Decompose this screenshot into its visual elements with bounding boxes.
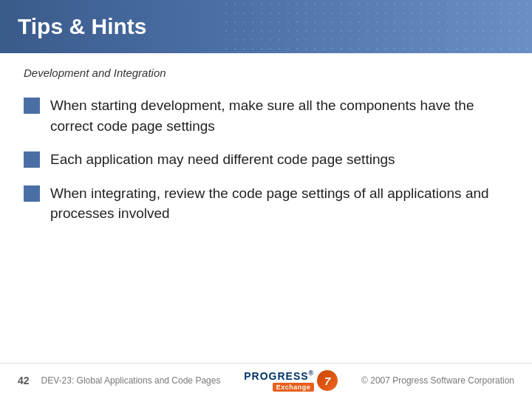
copyright-text: © 2007 Progress Software Corporation [361,375,514,386]
list-item: When integrating, review the code page s… [24,183,508,224]
list-item: Each application may need different code… [24,149,508,170]
bullet-text-2: Each application may need different code… [50,149,508,170]
exchange-label: Exchange [273,383,315,392]
bullet-icon-1 [24,98,40,114]
page-number: 42 [18,375,30,386]
bullet-text-1: When starting development, make sure all… [50,95,508,136]
header-bar: Tips & Hints [0,0,532,53]
slide-title: Tips & Hints [18,14,146,39]
list-item: When starting development, make sure all… [24,95,508,136]
slide-footer: 42 DEV-23: Global Applications and Code … [0,363,532,399]
logo-text-area: PROGRESS® Exchange [244,369,314,392]
bullet-list: When starting development, make sure all… [24,95,508,354]
slide: Tips & Hints Development and Integration… [0,0,532,399]
footer-left: 42 DEV-23: Global Applications and Code … [18,375,220,386]
progress-logo: PROGRESS® Exchange 7 [244,369,338,392]
slide-subtitle: Development and Integration [24,66,508,79]
progress-brand: PROGRESS® [244,369,314,382]
slide-content: Development and Integration When startin… [0,53,532,363]
bullet-icon-2 [24,151,40,168]
bullet-text-3: When integrating, review the code page s… [50,183,508,224]
bullet-icon-3 [24,185,40,202]
version-badge: 7 [317,370,338,391]
footer-course: DEV-23: Global Applications and Code Pag… [41,375,221,386]
